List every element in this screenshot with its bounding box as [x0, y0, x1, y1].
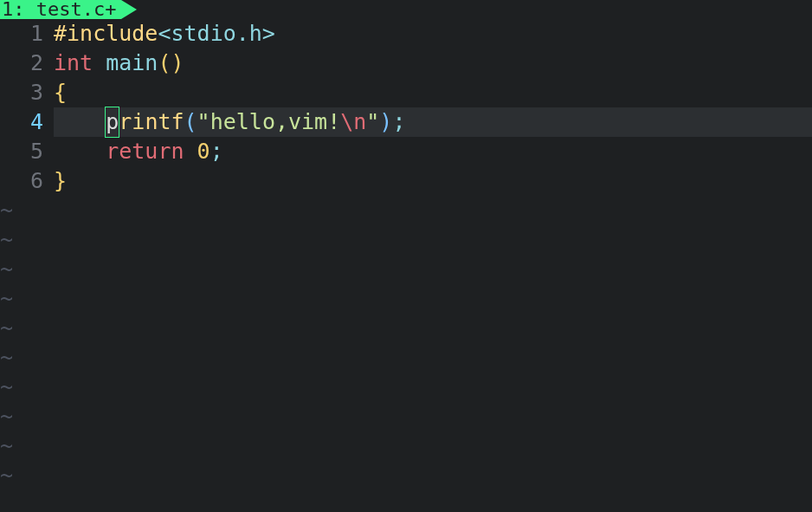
string-quote: " — [197, 109, 210, 134]
code-line-current[interactable]: 4 printf("hello,vim!\n"); — [0, 107, 812, 137]
tilde-icon: ~ — [0, 402, 43, 431]
empty-line: ~ — [0, 431, 812, 461]
cursor: p — [105, 107, 119, 138]
number-zero: 0 — [197, 139, 210, 164]
paren-open: ( — [184, 109, 197, 134]
tabline: 1: test.c+ — [0, 0, 812, 19]
code[interactable]: { — [54, 78, 812, 107]
line-number: 1 — [0, 19, 54, 49]
keyword-return: return — [106, 139, 197, 164]
code[interactable]: printf("hello,vim!\n"); — [54, 107, 812, 137]
line-number: 6 — [0, 166, 54, 196]
empty-line: ~ — [0, 314, 812, 343]
code[interactable]: } — [54, 166, 812, 196]
line-number-current: 4 — [0, 107, 54, 137]
keyword-int: int — [54, 50, 106, 75]
include-header: <stdio.h> — [158, 21, 274, 46]
line-number: 2 — [0, 49, 54, 78]
code-line[interactable]: 3 { — [0, 78, 812, 107]
indent — [54, 139, 106, 164]
tilde-icon: ~ — [0, 255, 43, 284]
empty-line: ~ — [0, 461, 812, 490]
line-number: 5 — [0, 137, 54, 166]
empty-line: ~ — [0, 343, 812, 373]
tab-filename: test.c — [36, 0, 105, 20]
code[interactable]: return 0; — [54, 137, 812, 166]
empty-line: ~ — [0, 373, 812, 402]
line-number: 3 — [0, 78, 54, 107]
code-line[interactable]: 1 #include<stdio.h> — [0, 19, 812, 49]
tilde-icon: ~ — [0, 373, 43, 402]
string-quote: " — [366, 109, 379, 134]
tab-index: 1: — [2, 0, 25, 20]
code-line[interactable]: 6 } — [0, 166, 812, 196]
preprocessor: #include — [54, 21, 158, 46]
tab-active[interactable]: 1: test.c+ — [0, 0, 121, 19]
paren-close: ) — [379, 109, 392, 134]
tilde-icon: ~ — [0, 225, 43, 255]
semicolon: ; — [392, 109, 405, 134]
tilde-icon: ~ — [0, 196, 43, 225]
empty-line: ~ — [0, 196, 812, 225]
tilde-icon: ~ — [0, 461, 43, 490]
empty-line: ~ — [0, 225, 812, 255]
indent — [54, 109, 106, 134]
code[interactable]: #include<stdio.h> — [54, 19, 812, 49]
code-line[interactable]: 5 return 0; — [0, 137, 812, 166]
semicolon: ; — [210, 139, 223, 164]
vim-editor[interactable]: 1: test.c+ 1 #include<stdio.h> 2 int mai… — [0, 0, 812, 512]
brace-open: { — [54, 80, 67, 105]
func-main: main — [106, 50, 158, 75]
tilde-icon: ~ — [0, 431, 43, 461]
parens: () — [158, 50, 184, 75]
code-line[interactable]: 2 int main() — [0, 49, 812, 78]
tilde-icon: ~ — [0, 284, 43, 314]
tab-modified-flag: + — [105, 0, 116, 20]
brace-close: } — [54, 168, 67, 193]
empty-line: ~ — [0, 284, 812, 314]
tilde-icon: ~ — [0, 343, 43, 373]
tilde-icon: ~ — [0, 314, 43, 343]
empty-line: ~ — [0, 255, 812, 284]
empty-line: ~ — [0, 402, 812, 431]
func-printf: rintf — [119, 109, 184, 134]
string-body: hello,vim! — [210, 109, 341, 134]
escape-seq: \n — [340, 109, 366, 134]
code[interactable]: int main() — [54, 49, 812, 78]
